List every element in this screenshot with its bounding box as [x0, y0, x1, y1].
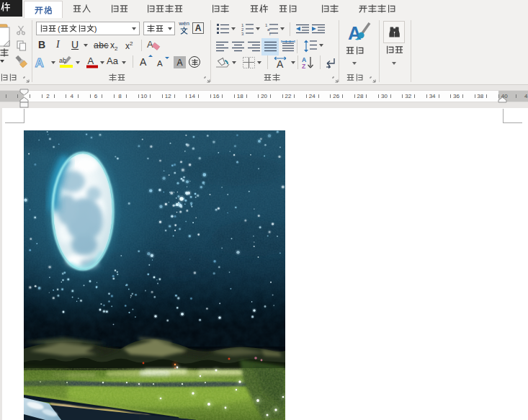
svg-text:A: A: [302, 56, 306, 63]
svg-text:i: i: [269, 32, 270, 36]
svg-text:A: A: [140, 56, 147, 68]
svg-text:Z: Z: [302, 63, 305, 70]
svg-text:A: A: [147, 39, 153, 50]
svg-text:3: 3: [241, 32, 244, 36]
svg-text:A: A: [35, 56, 44, 69]
svg-text:A: A: [277, 58, 284, 70]
svg-text:A: A: [157, 59, 163, 68]
svg-text:A: A: [88, 55, 94, 66]
